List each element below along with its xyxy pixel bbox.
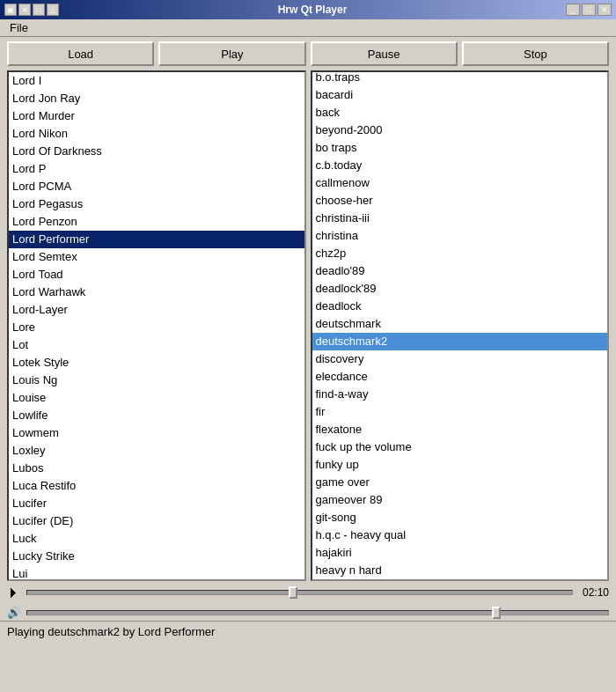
list-item[interactable]: Lord Penzon bbox=[9, 213, 304, 231]
tracks-panel: after the waramigoesheavyasian danceb.o.… bbox=[311, 70, 610, 581]
list-item[interactable]: callmenow bbox=[312, 174, 608, 192]
list-item[interactable]: h.q.c - heavy qual bbox=[312, 526, 608, 544]
list-item[interactable]: Lubos bbox=[9, 460, 304, 477]
sys-btn-square[interactable]: □ bbox=[33, 4, 45, 16]
list-item[interactable]: bacardi bbox=[312, 86, 608, 104]
list-item[interactable]: Lord P bbox=[9, 160, 304, 178]
list-item[interactable]: Lucifer (DE) bbox=[9, 512, 304, 530]
list-item[interactable]: Lord Jon Ray bbox=[9, 90, 304, 107]
list-item[interactable]: Lowmem bbox=[9, 424, 304, 442]
window-controls: _ □ ✕ bbox=[566, 4, 612, 16]
status-bar: Playing deutschmark2 by Lord Performer bbox=[0, 621, 616, 642]
sys-btn-up[interactable]: △ bbox=[47, 4, 59, 16]
play-position-icon: ⏵ bbox=[7, 585, 21, 600]
list-item[interactable]: elecdance bbox=[312, 368, 608, 386]
list-item[interactable]: Lord Pegasus bbox=[9, 195, 304, 213]
list-item[interactable]: Lord-Layer bbox=[9, 301, 304, 319]
sys-btn-x[interactable]: ✕ bbox=[18, 4, 31, 16]
list-item[interactable]: game over bbox=[312, 474, 608, 491]
title-bar-left: ▣ ✕ □ △ bbox=[4, 4, 59, 16]
list-item[interactable]: find-a-way bbox=[312, 386, 608, 403]
status-text: Playing deutschmark2 by Lord Performer bbox=[7, 625, 215, 638]
list-item[interactable]: beyond-2000 bbox=[312, 121, 608, 139]
list-item[interactable]: deadlo'89 bbox=[312, 262, 608, 280]
list-item[interactable]: Lord Warhawk bbox=[9, 283, 304, 301]
list-item[interactable]: choose-her bbox=[312, 192, 608, 210]
list-item[interactable]: gameover 89 bbox=[312, 491, 608, 509]
app-icon: ▣ bbox=[4, 4, 17, 16]
window-title: Hrw Qt Player bbox=[59, 4, 566, 16]
list-item[interactable]: Lord Murder bbox=[9, 107, 304, 125]
list-item[interactable]: Lucky Strike bbox=[9, 548, 304, 565]
volume-track[interactable] bbox=[26, 610, 609, 615]
list-item[interactable]: Lucifer bbox=[9, 495, 304, 512]
list-item[interactable]: Lord PCMA bbox=[9, 178, 304, 195]
list-item[interactable]: b.o.traps bbox=[312, 72, 608, 86]
list-item[interactable]: Lord Semtex bbox=[9, 248, 304, 266]
list-item[interactable]: Lot bbox=[9, 336, 304, 354]
artists-panel: Lord ILord Jon RayLord MurderLord NikonL… bbox=[7, 70, 306, 581]
list-item[interactable]: deutschmark bbox=[312, 315, 608, 333]
list-item[interactable]: Lotek Style bbox=[9, 354, 304, 372]
file-menu[interactable]: File bbox=[4, 19, 33, 36]
list-item[interactable]: Lord Of Darkness bbox=[9, 143, 304, 160]
menu-bar: File bbox=[0, 19, 616, 37]
tracks-list[interactable]: after the waramigoesheavyasian danceb.o.… bbox=[312, 72, 608, 579]
play-button[interactable]: Play bbox=[158, 41, 305, 66]
list-item[interactable]: Lord I bbox=[9, 72, 304, 90]
list-item[interactable]: funky up bbox=[312, 456, 608, 474]
progress-track[interactable] bbox=[26, 590, 573, 595]
list-item[interactable]: discovery bbox=[312, 350, 608, 368]
stop-button[interactable]: Stop bbox=[462, 41, 609, 66]
list-item[interactable]: bo traps bbox=[312, 139, 608, 157]
load-button[interactable]: Load bbox=[7, 41, 154, 66]
main-content: Lord ILord Jon RayLord MurderLord NikonL… bbox=[0, 70, 616, 581]
list-item[interactable]: hajakiri bbox=[312, 544, 608, 562]
volume-icon: 🔊 bbox=[7, 606, 21, 619]
list-item[interactable]: Loxley bbox=[9, 442, 304, 460]
list-item[interactable]: fir bbox=[312, 403, 608, 421]
list-item[interactable]: c.b.today bbox=[312, 157, 608, 174]
list-item[interactable]: flexatone bbox=[312, 421, 608, 438]
list-item[interactable]: git-song bbox=[312, 509, 608, 526]
list-item[interactable]: Lord Nikon bbox=[9, 125, 304, 143]
list-item[interactable]: Lord Performer bbox=[9, 231, 304, 248]
list-item[interactable]: deadlock'89 bbox=[312, 280, 608, 298]
artists-list[interactable]: Lord ILord Jon RayLord MurderLord NikonL… bbox=[9, 72, 304, 579]
time-display: 02:10 bbox=[578, 586, 609, 599]
list-item[interactable]: Lowlife bbox=[9, 407, 304, 424]
list-item[interactable]: Luck bbox=[9, 530, 304, 548]
list-item[interactable]: heavy n hard bbox=[312, 562, 608, 579]
list-item[interactable]: christina-iii bbox=[312, 210, 608, 227]
minimize-button[interactable]: _ bbox=[566, 4, 580, 16]
volume-row: 🔊 bbox=[0, 604, 616, 621]
list-item[interactable]: deutschmark2 bbox=[312, 333, 608, 350]
title-bar: ▣ ✕ □ △ Hrw Qt Player _ □ ✕ bbox=[0, 0, 616, 19]
pause-button[interactable]: Pause bbox=[311, 41, 458, 66]
list-item[interactable]: deadlock bbox=[312, 298, 608, 315]
list-item[interactable]: Louis Ng bbox=[9, 372, 304, 389]
toolbar: Load Play Pause Stop bbox=[0, 37, 616, 70]
maximize-button[interactable]: □ bbox=[582, 4, 596, 16]
list-item[interactable]: Lore bbox=[9, 319, 304, 336]
volume-thumb[interactable] bbox=[492, 607, 501, 619]
list-item[interactable]: christina bbox=[312, 227, 608, 245]
list-item[interactable]: Lui bbox=[9, 565, 304, 579]
list-item[interactable]: Louise bbox=[9, 389, 304, 407]
list-item[interactable]: Lord Toad bbox=[9, 266, 304, 283]
list-item[interactable]: chz2p bbox=[312, 245, 608, 262]
close-button[interactable]: ✕ bbox=[598, 4, 612, 16]
list-item[interactable]: back bbox=[312, 104, 608, 121]
list-item[interactable]: fuck up the volume bbox=[312, 438, 608, 456]
progress-thumb[interactable] bbox=[289, 586, 297, 599]
list-item[interactable]: Luca Restifo bbox=[9, 477, 304, 495]
progress-row: ⏵ 02:10 bbox=[0, 581, 616, 604]
